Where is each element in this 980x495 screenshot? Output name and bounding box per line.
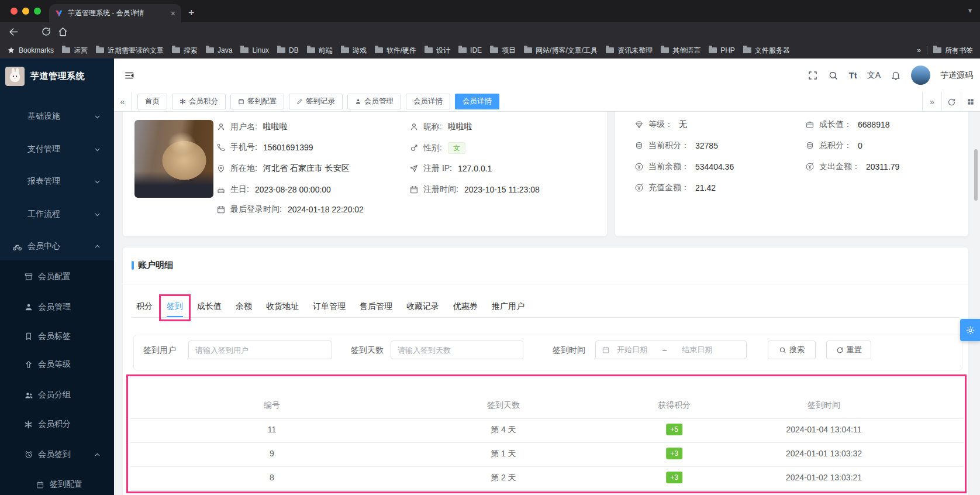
refresh-icon[interactable] (941, 92, 961, 112)
folder-icon (743, 47, 751, 53)
search-icon[interactable] (828, 70, 838, 81)
sidebar-item-member-level[interactable]: 会员等级 (0, 353, 114, 376)
stat-total-points: 总积分：0 (805, 140, 862, 151)
bookmark-folder[interactable]: 设计 (425, 46, 450, 56)
sidebar-item-member-management[interactable]: 会员管理 (0, 295, 114, 319)
logo-rabbit-image (5, 67, 25, 86)
field-register-ip: 注册 IP:127.0.0.1 (409, 163, 492, 174)
account-tab-points[interactable]: 积分 (136, 295, 153, 317)
folder-icon (425, 47, 433, 53)
bookmark-folder[interactable]: 资讯未整理 (606, 46, 653, 56)
account-tab-aftersale[interactable]: 售后管理 (360, 295, 392, 317)
bookmark-folder[interactable]: 近期需要读的文章 (96, 46, 164, 56)
bookmark-icon (24, 332, 33, 341)
bookmark-folder[interactable]: DB (277, 46, 299, 54)
sidebar-item-workflow[interactable]: 工作流程 (0, 202, 114, 226)
page-tabs: 首页 会员积分 签到配置 签到记录 会员管理 会员详情 会员详情 (137, 94, 499, 109)
sidebar: 芋道管理系统 基础设施 支付管理 报表管理 工作流程 会员中心 会员配置 (0, 59, 114, 495)
stat-level: 等级：无 (634, 119, 687, 130)
font-size-icon[interactable]: Tt (848, 70, 857, 80)
page-tab-signin-records[interactable]: 签到记录 (289, 94, 343, 109)
search-button[interactable]: 搜索 (768, 341, 816, 359)
account-tab-address[interactable]: 收货地址 (266, 295, 299, 317)
bookmark-folder[interactable]: Linux (240, 46, 269, 54)
page-tab-member-management[interactable]: 会员管理 (347, 94, 401, 109)
folder-icon (375, 47, 383, 53)
bookmark-folder[interactable]: 前端 (307, 46, 333, 56)
user-avatar[interactable] (911, 66, 930, 85)
bookmark-folder[interactable]: Java (206, 46, 232, 54)
fullscreen-icon[interactable] (808, 70, 818, 81)
new-tab-button[interactable]: + (188, 5, 195, 21)
sidebar-item-member-center[interactable]: 会员中心 (0, 235, 114, 258)
page-tab-member-detail[interactable]: 会员详情 (406, 94, 450, 109)
chevron-down-icon (94, 211, 101, 218)
tabs-scroll-right[interactable]: » (922, 92, 941, 112)
sidebar-item-member-signin[interactable]: 会员签到 (0, 443, 114, 466)
user-outline-icon (409, 122, 419, 132)
account-tab-balance[interactable]: 余额 (236, 295, 252, 317)
folder-icon (524, 47, 532, 53)
signin-time-range-picker[interactable]: 开始日期 – 结束日期 (595, 341, 747, 359)
sidebar-item-member-points[interactable]: 会员积分 (0, 412, 114, 436)
scrollbar-thumb[interactable] (974, 149, 978, 201)
account-tab-growth[interactable]: 成长值 (197, 295, 222, 317)
zoom-window-button[interactable] (34, 8, 41, 15)
bell-icon[interactable] (891, 70, 901, 81)
account-tab-coupons[interactable]: 优惠券 (453, 295, 478, 317)
sidebar-item-payment[interactable]: 支付管理 (0, 138, 114, 161)
page-tab-member-detail-active[interactable]: 会员详情 (455, 94, 499, 109)
page-tab-home[interactable]: 首页 (137, 94, 167, 109)
account-tab-signin[interactable]: 签到 (167, 295, 183, 317)
sidebar-item-member-config[interactable]: 会员配置 (0, 265, 114, 288)
account-tab-favorites[interactable]: 收藏记录 (406, 295, 439, 317)
sidebar-item-infrastructure[interactable]: 基础设施 (0, 105, 114, 128)
bookmark-folder[interactable]: 搜索 (172, 46, 198, 56)
layout-grid-icon[interactable] (961, 92, 980, 112)
sidebar-item-member-tags[interactable]: 会员标签 (0, 325, 114, 348)
signin-days-input[interactable] (391, 341, 523, 359)
browser-tab[interactable]: 芋道管理系统 - 会员详情 × (49, 4, 181, 22)
bookmarks-overflow-chevrons[interactable]: » (917, 46, 921, 54)
language-icon[interactable]: 文A (867, 70, 881, 81)
yen-arrow-circle-icon (634, 183, 644, 192)
asterisk-icon (180, 98, 186, 105)
paper-plane-icon (409, 164, 419, 173)
bookmark-folder[interactable]: 运营 (62, 46, 88, 56)
tabs-scroll-left[interactable]: « (114, 92, 132, 112)
calendar-icon (409, 185, 419, 194)
all-bookmarks[interactable]: 所有书签 (933, 46, 973, 56)
sidebar-item-reports[interactable]: 报表管理 (0, 170, 114, 193)
bookmark-folder[interactable]: 其他语言 (661, 46, 701, 56)
signin-user-input[interactable] (188, 341, 332, 359)
menu-fold-icon[interactable] (123, 70, 135, 81)
settings-drawer-button[interactable] (960, 319, 980, 341)
bookmark-folder[interactable]: 文件服务器 (743, 46, 790, 56)
tab-list-chevron-icon[interactable]: ▾ (968, 6, 972, 15)
page-tab-signin-config[interactable]: 签到配置 (230, 94, 284, 109)
bookmark-folder[interactable]: 网站/博客/文章/工具 (524, 46, 598, 56)
home-icon[interactable] (57, 26, 68, 37)
reset-button[interactable]: 重置 (826, 341, 871, 359)
bookmarks-manager[interactable]: Bookmarks (7, 46, 54, 54)
sidebar-item-member-groups[interactable]: 会员分组 (0, 383, 114, 407)
username[interactable]: 芋道源码 (940, 70, 973, 81)
app-logo[interactable]: 芋道管理系统 (0, 63, 85, 89)
bookmark-folder[interactable]: 游戏 (341, 46, 367, 56)
field-gender: 性别: 女 (409, 142, 465, 154)
bookmark-folder[interactable]: IDE (458, 46, 482, 54)
minimize-window-button[interactable] (22, 8, 29, 15)
back-icon[interactable] (8, 26, 19, 37)
close-window-button[interactable] (11, 8, 18, 15)
account-tab-orders[interactable]: 订单管理 (313, 295, 346, 317)
title-accent-bar (132, 261, 134, 270)
page-tab-member-points[interactable]: 会员积分 (172, 94, 226, 109)
bookmark-folder[interactable]: 软件/硬件 (375, 46, 416, 56)
reload-icon[interactable] (41, 26, 51, 37)
bookmark-folder[interactable]: PHP (709, 46, 735, 54)
table-divider (130, 466, 963, 467)
tab-close-icon[interactable]: × (171, 9, 175, 18)
sidebar-item-signin-config[interactable]: 签到配置 (0, 473, 114, 495)
account-tab-referrals[interactable]: 推广用户 (492, 295, 524, 317)
bookmark-folder[interactable]: 项目 (490, 46, 516, 56)
